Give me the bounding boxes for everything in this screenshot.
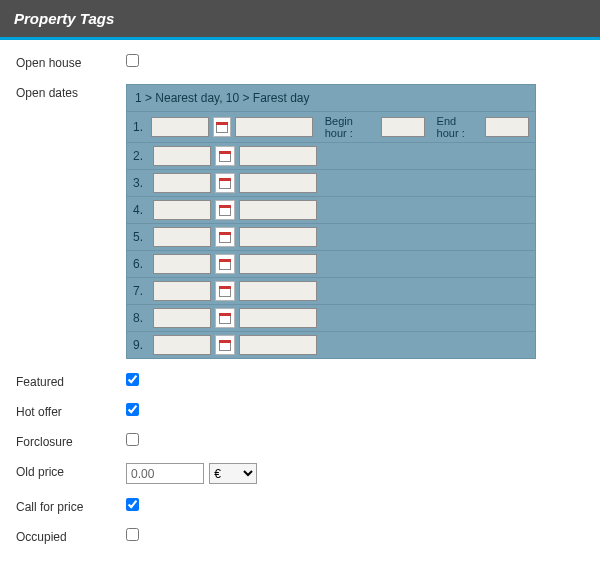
form-body: Open house Open dates 1 > Nearest day, 1… bbox=[0, 40, 600, 571]
open-date-number: 9. bbox=[133, 338, 149, 352]
label-featured: Featured bbox=[16, 373, 126, 389]
open-date-extra-input[interactable] bbox=[239, 254, 317, 274]
occupied-checkbox[interactable] bbox=[126, 528, 139, 541]
open-date-extra-input[interactable] bbox=[239, 227, 317, 247]
open-date-row: 1.Begin hour :End hour : bbox=[127, 111, 535, 142]
calendar-icon[interactable] bbox=[215, 254, 235, 274]
featured-checkbox[interactable] bbox=[126, 373, 139, 386]
open-date-input[interactable] bbox=[153, 335, 211, 355]
open-date-row: 9. bbox=[127, 331, 535, 358]
control-open-dates: 1 > Nearest day, 10 > Farest day 1.Begin… bbox=[126, 84, 584, 359]
open-date-input[interactable] bbox=[153, 173, 211, 193]
row-open-dates: Open dates 1 > Nearest day, 10 > Farest … bbox=[16, 84, 584, 359]
open-date-extra-input[interactable] bbox=[239, 335, 317, 355]
open-date-number: 8. bbox=[133, 311, 149, 325]
row-call-for-price: Call for price bbox=[16, 498, 584, 514]
open-date-input[interactable] bbox=[153, 281, 211, 301]
open-date-number: 1. bbox=[133, 120, 147, 134]
end-hour-input[interactable] bbox=[485, 117, 529, 137]
open-date-input[interactable] bbox=[153, 146, 211, 166]
old-price-input[interactable] bbox=[126, 463, 204, 484]
currency-select[interactable]: € bbox=[209, 463, 257, 484]
label-old-price: Old price bbox=[16, 463, 126, 479]
open-dates-hint: 1 > Nearest day, 10 > Farest day bbox=[127, 85, 535, 111]
calendar-glyph bbox=[219, 313, 231, 324]
open-date-row: 3. bbox=[127, 169, 535, 196]
open-date-row: 5. bbox=[127, 223, 535, 250]
open-date-extra-input[interactable] bbox=[235, 117, 313, 137]
open-date-number: 5. bbox=[133, 230, 149, 244]
calendar-icon[interactable] bbox=[215, 200, 235, 220]
begin-hour-input[interactable] bbox=[381, 117, 425, 137]
forclosure-checkbox[interactable] bbox=[126, 433, 139, 446]
calendar-icon[interactable] bbox=[215, 308, 235, 328]
calendar-glyph bbox=[219, 151, 231, 162]
panel-header: Property Tags bbox=[0, 0, 600, 40]
label-call-for-price: Call for price bbox=[16, 498, 126, 514]
open-date-extra-input[interactable] bbox=[239, 146, 317, 166]
call-for-price-checkbox[interactable] bbox=[126, 498, 139, 511]
calendar-glyph bbox=[219, 232, 231, 243]
calendar-glyph bbox=[219, 259, 231, 270]
calendar-icon[interactable] bbox=[215, 173, 235, 193]
open-date-extra-input[interactable] bbox=[239, 281, 317, 301]
open-house-checkbox[interactable] bbox=[126, 54, 139, 67]
row-featured: Featured bbox=[16, 373, 584, 389]
open-date-extra-input[interactable] bbox=[239, 173, 317, 193]
row-forclosure: Forclosure bbox=[16, 433, 584, 449]
open-dates-box: 1 > Nearest day, 10 > Farest day 1.Begin… bbox=[126, 84, 536, 359]
end-hour-label: End hour : bbox=[437, 115, 481, 139]
calendar-glyph bbox=[219, 178, 231, 189]
hot-offer-checkbox[interactable] bbox=[126, 403, 139, 416]
open-date-input[interactable] bbox=[151, 117, 209, 137]
panel-title: Property Tags bbox=[14, 10, 114, 27]
label-occupied: Occupied bbox=[16, 528, 126, 544]
open-date-number: 2. bbox=[133, 149, 149, 163]
open-date-number: 3. bbox=[133, 176, 149, 190]
calendar-icon[interactable] bbox=[215, 335, 235, 355]
begin-hour-label: Begin hour : bbox=[325, 115, 377, 139]
row-occupied: Occupied bbox=[16, 528, 584, 544]
label-forclosure: Forclosure bbox=[16, 433, 126, 449]
open-date-row: 7. bbox=[127, 277, 535, 304]
open-date-extra-input[interactable] bbox=[239, 308, 317, 328]
open-date-number: 7. bbox=[133, 284, 149, 298]
row-hot-offer: Hot offer bbox=[16, 403, 584, 419]
calendar-glyph bbox=[216, 122, 228, 133]
label-open-dates: Open dates bbox=[16, 84, 126, 100]
open-date-input[interactable] bbox=[153, 227, 211, 247]
calendar-glyph bbox=[219, 340, 231, 351]
label-hot-offer: Hot offer bbox=[16, 403, 126, 419]
open-date-row: 2. bbox=[127, 142, 535, 169]
control-open-house bbox=[126, 54, 584, 70]
calendar-icon[interactable] bbox=[213, 117, 231, 137]
open-date-input[interactable] bbox=[153, 308, 211, 328]
calendar-glyph bbox=[219, 286, 231, 297]
open-date-extra-input[interactable] bbox=[239, 200, 317, 220]
row-open-house: Open house bbox=[16, 54, 584, 70]
calendar-icon[interactable] bbox=[215, 146, 235, 166]
calendar-icon[interactable] bbox=[215, 227, 235, 247]
open-date-row: 6. bbox=[127, 250, 535, 277]
open-date-input[interactable] bbox=[153, 200, 211, 220]
open-date-number: 6. bbox=[133, 257, 149, 271]
open-date-input[interactable] bbox=[153, 254, 211, 274]
row-old-price: Old price € bbox=[16, 463, 584, 484]
open-date-row: 4. bbox=[127, 196, 535, 223]
calendar-icon[interactable] bbox=[215, 281, 235, 301]
label-open-house: Open house bbox=[16, 54, 126, 70]
calendar-glyph bbox=[219, 205, 231, 216]
open-date-number: 4. bbox=[133, 203, 149, 217]
open-date-row: 8. bbox=[127, 304, 535, 331]
